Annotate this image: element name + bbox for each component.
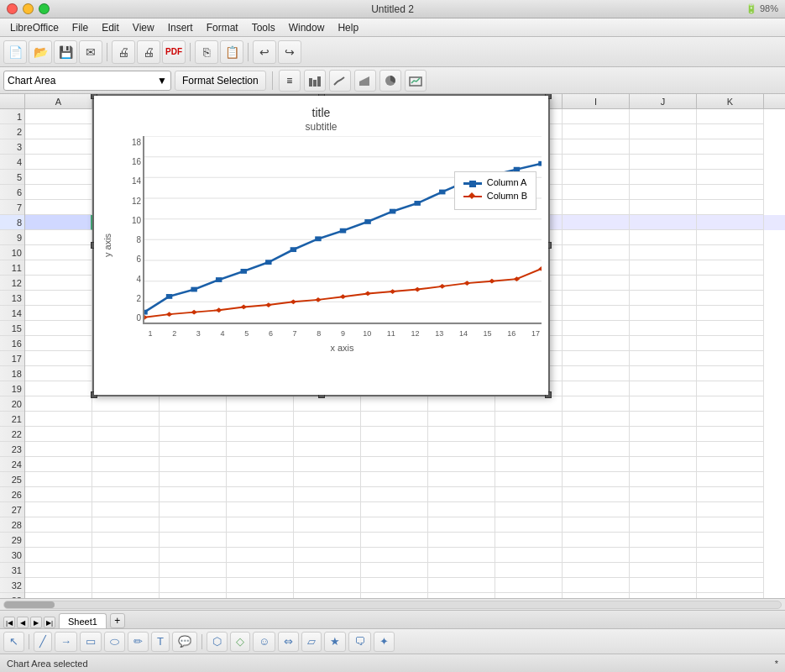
cell-i8[interactable] xyxy=(563,215,630,230)
row-num-24[interactable]: 24 xyxy=(0,457,24,472)
cell-a16[interactable] xyxy=(25,336,92,351)
chart-area-select[interactable]: Chart Area ▼ xyxy=(3,71,171,91)
row-num-30[interactable]: 30 xyxy=(0,548,24,563)
row-num-12[interactable]: 12 xyxy=(0,276,24,291)
cell-j9[interactable] xyxy=(630,230,697,245)
copy-button[interactable]: ⎘ xyxy=(195,40,218,64)
tab-next-button[interactable]: ▶ xyxy=(30,617,42,628)
cell-a5[interactable] xyxy=(25,170,92,185)
cell-a7[interactable] xyxy=(25,200,92,215)
scrollbar-track[interactable] xyxy=(3,601,782,609)
row-num-26[interactable]: 26 xyxy=(0,487,24,502)
stars-button[interactable]: ★ xyxy=(324,632,346,652)
row-num-6[interactable]: 6 xyxy=(0,185,24,200)
data-table-button[interactable]: ≡ xyxy=(279,70,301,92)
insert-chart-button[interactable] xyxy=(405,70,427,92)
cell-a15[interactable] xyxy=(25,321,92,336)
cell-a6[interactable] xyxy=(25,185,92,200)
pdf-button[interactable]: PDF xyxy=(162,40,186,64)
row-num-3[interactable]: 3 xyxy=(0,139,24,155)
cell-k9[interactable] xyxy=(697,230,764,245)
cell-a4[interactable] xyxy=(25,155,92,170)
add-sheet-button[interactable]: + xyxy=(110,613,125,628)
row-num-7[interactable]: 7 xyxy=(0,200,24,215)
maximize-button[interactable] xyxy=(39,3,50,14)
row-num-18[interactable]: 18 xyxy=(0,366,24,381)
cell-i17[interactable] xyxy=(563,351,630,366)
col-header-j[interactable]: J xyxy=(630,94,697,109)
menu-insert[interactable]: Insert xyxy=(161,20,200,35)
cell-i10[interactable] xyxy=(563,245,630,260)
rect-tool-button[interactable]: ▭ xyxy=(80,632,102,652)
menu-libreoffice[interactable]: LibreOffice xyxy=(3,20,65,35)
row-num-23[interactable]: 23 xyxy=(0,442,24,457)
close-button[interactable] xyxy=(7,3,18,14)
row-num-21[interactable]: 21 xyxy=(0,412,24,427)
row-num-16[interactable]: 16 xyxy=(0,336,24,351)
row-num-31[interactable]: 31 xyxy=(0,563,24,578)
arrow-tool-button[interactable]: → xyxy=(55,632,77,652)
horizontal-scrollbar[interactable] xyxy=(0,598,785,610)
row-num-5[interactable]: 5 xyxy=(0,170,24,185)
menu-edit[interactable]: Edit xyxy=(95,20,126,35)
tab-last-button[interactable]: ▶| xyxy=(44,617,55,628)
cell-j4[interactable] xyxy=(630,155,697,170)
row-num-14[interactable]: 14 xyxy=(0,306,24,321)
basic-shapes-button[interactable]: ◇ xyxy=(230,632,250,652)
row-num-8[interactable]: 8 xyxy=(0,215,24,230)
cell-i13[interactable] xyxy=(563,291,630,306)
row-num-19[interactable]: 19 xyxy=(0,381,24,396)
cell-j17[interactable] xyxy=(630,351,697,366)
star-shape-button[interactable]: ✦ xyxy=(374,632,395,652)
cell-a12[interactable] xyxy=(25,276,92,291)
line-tool-button[interactable]: ╱ xyxy=(34,632,52,652)
line-chart-button[interactable] xyxy=(329,70,351,92)
redo-button[interactable]: ↪ xyxy=(278,40,301,64)
cell-k17[interactable] xyxy=(697,351,764,366)
row-num-17[interactable]: 17 xyxy=(0,351,24,366)
menu-tools[interactable]: Tools xyxy=(245,20,282,35)
print-button[interactable]: 🖨 xyxy=(137,40,160,64)
select-tool-button[interactable]: ↖ xyxy=(3,632,24,652)
cell-j13[interactable] xyxy=(630,291,697,306)
cell-j16[interactable] xyxy=(630,336,697,351)
scrollbar-thumb[interactable] xyxy=(4,601,55,608)
open-button[interactable]: 📂 xyxy=(29,40,52,64)
print-preview-button[interactable]: 🖨 xyxy=(112,40,135,64)
cell-j6[interactable] xyxy=(630,185,697,200)
row-num-9[interactable]: 9 xyxy=(0,230,24,245)
cell-a11[interactable] xyxy=(25,260,92,276)
cell-j3[interactable] xyxy=(630,139,697,155)
cell-i12[interactable] xyxy=(563,276,630,291)
cell-i2[interactable] xyxy=(563,124,630,139)
cell-j1[interactable] xyxy=(630,109,697,124)
cell-k10[interactable] xyxy=(697,245,764,260)
row-num-32[interactable]: 32 xyxy=(0,578,24,593)
col-header-k[interactable]: K xyxy=(697,94,764,109)
cell-i9[interactable] xyxy=(563,230,630,245)
pie-chart-button[interactable] xyxy=(379,70,401,92)
row-num-15[interactable]: 15 xyxy=(0,321,24,336)
cell-a14[interactable] xyxy=(25,306,92,321)
menu-view[interactable]: View xyxy=(126,20,161,35)
area-chart-button[interactable] xyxy=(354,70,376,92)
menu-format[interactable]: Format xyxy=(200,20,245,35)
cell-j15[interactable] xyxy=(630,321,697,336)
cell-i11[interactable] xyxy=(563,260,630,276)
freehand-tool-button[interactable]: ✏ xyxy=(128,632,149,652)
cell-j10[interactable] xyxy=(630,245,697,260)
row-num-10[interactable]: 10 xyxy=(0,245,24,260)
new-button[interactable]: 📄 xyxy=(3,40,27,64)
undo-button[interactable]: ↩ xyxy=(253,40,276,64)
menu-window[interactable]: Window xyxy=(282,20,332,35)
cell-a2[interactable] xyxy=(25,124,92,139)
chart-object[interactable]: title subtitle y axis 18 16 14 12 10 8 6… xyxy=(92,94,550,396)
row-num-13[interactable]: 13 xyxy=(0,291,24,306)
row-num-20[interactable]: 20 xyxy=(0,396,24,412)
block-arrows-button[interactable]: ⇔ xyxy=(278,632,299,652)
cell-j12[interactable] xyxy=(630,276,697,291)
flowchart-button[interactable]: ▱ xyxy=(301,632,322,652)
cell-i7[interactable] xyxy=(563,200,630,215)
cell-i5[interactable] xyxy=(563,170,630,185)
cell-a17[interactable] xyxy=(25,351,92,366)
